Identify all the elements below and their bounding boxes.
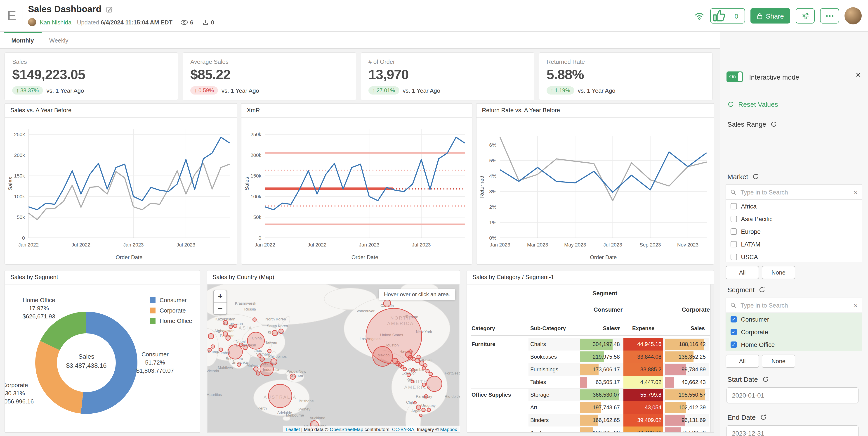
parameters-button[interactable] (796, 8, 815, 24)
refresh-icon[interactable] (752, 173, 759, 180)
country-sales-bubble[interactable] (290, 374, 296, 379)
country-sales-bubble[interactable] (271, 359, 277, 365)
segment-option-corporate[interactable]: ✓Corporate (726, 326, 862, 338)
country-sales-bubble[interactable] (254, 367, 258, 371)
country-sales-bubble[interactable] (211, 345, 215, 348)
country-sales-bubble[interactable] (223, 332, 228, 336)
reset-values-button[interactable]: Reset Values (727, 100, 778, 108)
thumbs-up-icon[interactable] (711, 8, 728, 23)
country-sales-bubble[interactable] (422, 408, 426, 412)
country-sales-bubble[interactable] (268, 349, 271, 353)
legend-item-home-office[interactable]: Home Office (150, 318, 192, 324)
attribution-link[interactable]: CC-BY-SA (392, 427, 414, 432)
clear-search-icon[interactable]: × (854, 188, 858, 196)
checkbox-checked[interactable]: ✓ (731, 329, 737, 335)
market-option-usca[interactable]: USCA (726, 251, 862, 263)
country-sales-bubble[interactable] (403, 367, 406, 371)
clear-search-icon[interactable]: × (854, 301, 858, 309)
return-rate-line-chart[interactable]: 0%1%2%3%4%5%6%Jan 2023Mar 2023May 2023Ju… (476, 118, 714, 265)
market-select-none-button[interactable]: None (762, 266, 795, 279)
checkbox-checked[interactable]: ✓ (731, 342, 737, 348)
checkbox-checked[interactable]: ✓ (731, 316, 737, 322)
country-sales-bubble[interactable] (258, 354, 261, 357)
market-option-africa[interactable]: Africa (726, 200, 862, 212)
country-sales-bubble[interactable] (383, 300, 391, 307)
table-col-expense[interactable]: Expense (623, 325, 663, 331)
checkbox[interactable] (731, 216, 737, 222)
market-option-latam[interactable]: LATAM (726, 238, 862, 251)
zoom-in-button[interactable]: + (214, 290, 226, 302)
legend-item-corporate[interactable]: Corporate (150, 307, 186, 314)
country-sales-bubble[interactable] (272, 330, 278, 336)
tab-weekly[interactable]: Weekly (45, 32, 72, 49)
app-logo[interactable]: E (7, 8, 20, 24)
market-option-europe[interactable]: Europe (726, 225, 862, 238)
author-avatar[interactable] (28, 18, 36, 26)
country-sales-bubble[interactable] (417, 355, 421, 359)
legend-item-consumer[interactable]: Consumer (150, 297, 187, 303)
market-option-asia-pacific[interactable]: Asia Pacific (726, 212, 862, 225)
table-subcategory-label[interactable]: Tables (530, 379, 546, 385)
country-sales-bubble[interactable] (425, 395, 428, 398)
country-sales-bubble[interactable] (208, 348, 211, 352)
country-sales-bubble[interactable] (260, 362, 274, 376)
country-sales-bubble[interactable] (407, 373, 410, 377)
interactive-mode-toggle[interactable]: On (726, 71, 743, 82)
country-sales-bubble[interactable] (409, 350, 412, 353)
table-subcategory-label[interactable]: Chairs (530, 341, 546, 347)
country-sales-bubble[interactable] (256, 372, 260, 375)
segment-option-consumer[interactable]: ✓Consumer (726, 313, 862, 326)
country-sales-bubble[interactable] (429, 372, 432, 376)
sales-line-chart[interactable]: 050k100k150k200k250kJan 2022Jul 2022Jan … (5, 118, 237, 265)
country-sales-bubble[interactable] (411, 369, 415, 372)
refresh-icon[interactable] (758, 286, 765, 293)
category-segment-table[interactable]: SegmentConsumerCorporateCategorySub-Cate… (467, 285, 714, 433)
zoom-out-button[interactable]: − (214, 302, 226, 314)
country-sales-map[interactable]: ASIANORTHAMERICAAUSTRALIASOUTHAMERICARus… (207, 285, 460, 433)
table-scrollbar[interactable] (710, 285, 714, 433)
table-subcategory-label[interactable]: Bookcases (530, 354, 557, 360)
country-sales-bubble[interactable] (234, 324, 237, 328)
refresh-icon[interactable] (762, 376, 769, 383)
country-sales-bubble[interactable] (422, 383, 426, 386)
country-sales-bubble[interactable] (208, 333, 214, 339)
country-sales-bubble[interactable] (422, 366, 426, 370)
country-sales-bubble[interactable] (229, 325, 232, 328)
country-sales-bubble[interactable] (226, 336, 230, 340)
refresh-icon[interactable] (770, 121, 777, 127)
table-subcategory-label[interactable]: Binders (530, 417, 549, 423)
refresh-icon[interactable] (760, 414, 767, 420)
attribution-link[interactable]: OpenStreetMap (330, 427, 363, 432)
market-select-all-button[interactable]: All (725, 266, 759, 279)
start-date-input[interactable] (726, 387, 859, 403)
country-sales-bubble[interactable] (427, 376, 442, 392)
edit-title-icon[interactable] (106, 6, 113, 13)
table-col-sales-corporate[interactable]: Sales (663, 325, 705, 331)
country-sales-bubble[interactable] (239, 343, 243, 346)
segment-select-all-button[interactable]: All (725, 355, 759, 368)
segment-search-input[interactable] (740, 301, 850, 309)
close-sidebar-icon[interactable]: × (856, 70, 861, 79)
country-sales-bubble[interactable] (426, 370, 430, 373)
tab-monthly[interactable]: Monthly (4, 32, 41, 49)
attribution-link[interactable]: Mapbox (440, 427, 457, 432)
country-sales-bubble[interactable] (253, 318, 256, 321)
end-date-input[interactable] (726, 425, 859, 436)
country-sales-bubble[interactable] (247, 332, 265, 349)
more-button[interactable] (820, 8, 839, 24)
like-button[interactable]: 0 (710, 8, 745, 24)
country-sales-bubble[interactable] (427, 408, 431, 412)
country-sales-bubble[interactable] (269, 384, 292, 407)
map-svg[interactable]: ASIANORTHAMERICAAUSTRALIASOUTHAMERICARus… (207, 285, 460, 433)
xmr-control-chart[interactable]: 050k100k150k200k250kJan 2022Jul 2022Jan … (241, 118, 472, 265)
segment-select-none-button[interactable]: None (762, 355, 795, 368)
country-sales-bubble[interactable] (411, 380, 414, 383)
attribution-link[interactable]: Leaflet (286, 427, 300, 432)
table-subcategory-label[interactable]: Appliances (530, 430, 557, 433)
checkbox[interactable] (731, 228, 737, 235)
user-avatar[interactable] (844, 7, 862, 24)
country-sales-bubble[interactable] (228, 345, 243, 359)
segment-option-home-office[interactable]: ✓Home Office (726, 338, 862, 351)
share-button[interactable]: Share (750, 8, 790, 24)
market-search-input[interactable] (740, 188, 850, 196)
